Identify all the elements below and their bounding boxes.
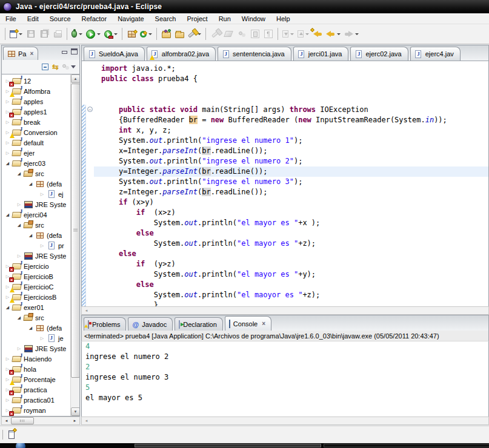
back-button[interactable] (324, 27, 342, 42)
tree-item-porcentaje[interactable]: ▷Porcentaje (2, 374, 70, 384)
run-button[interactable] (84, 27, 102, 42)
close-icon[interactable]: × (30, 50, 33, 57)
taskbar-item[interactable] (324, 444, 489, 447)
tab-javadoc[interactable]: @Javadoc (128, 317, 173, 331)
tab-console[interactable]: Console× (225, 316, 271, 331)
console-output[interactable]: 4ingrese el numero 22ingrese el numero 3… (81, 341, 489, 417)
tree-horizontal-scrollbar[interactable]: ◄ ► (1, 417, 80, 425)
focus-on-active-task-button[interactable] (62, 64, 66, 68)
expand-arrow-icon[interactable]: ▷ (4, 140, 11, 145)
menu-source[interactable]: Source (44, 15, 76, 23)
fast-view-button[interactable] (8, 430, 15, 439)
tree-item-jre-syste[interactable]: ▷JRE Syste (2, 251, 70, 261)
editor-tab-sententencia.java[interactable]: sententencia.java (218, 47, 291, 61)
previous-annotation-button[interactable] (296, 27, 311, 42)
expand-arrow-icon[interactable]: ▷ (39, 192, 45, 197)
view-menu-button[interactable] (71, 65, 76, 68)
scrollbar-thumb[interactable] (71, 84, 80, 378)
run-external-tools-button[interactable] (102, 27, 119, 42)
tree-item-conversion[interactable]: ▷Conversion (2, 127, 70, 137)
expand-arrow-icon[interactable]: ▷ (4, 357, 11, 361)
expand-arrow-icon[interactable]: ▷ (16, 202, 22, 207)
expand-arrow-icon[interactable]: ▷ (4, 398, 11, 403)
scrollbar-thumb[interactable] (11, 417, 34, 424)
tree-item-exer01[interactable]: ◢exer01 (2, 302, 70, 312)
new-class-button[interactable] (138, 27, 154, 42)
collapse-arrow-icon[interactable]: ◢ (27, 233, 34, 238)
tree-item-je[interactable]: ▷je (2, 333, 70, 343)
tab-declaration[interactable]: Declaration (175, 317, 223, 331)
editor-tab-ejerc02.java[interactable]: ejerc02.java (350, 47, 408, 61)
editor-tab-SueldoA.java[interactable]: SueldoA.java (84, 47, 145, 61)
collapse-arrow-icon[interactable]: ◢ (4, 212, 11, 217)
java-editor[interactable]: – import java.io.*;public class prueba4 … (81, 61, 489, 307)
tree-item-practica[interactable]: ▷×practica (2, 384, 70, 395)
tab-problems[interactable]: Problems (84, 317, 126, 331)
menu-help[interactable]: Help (271, 15, 296, 23)
tree-item-ejer[interactable]: ▷ejer (2, 148, 70, 158)
menu-file[interactable]: File (0, 15, 22, 23)
print-button[interactable] (51, 27, 64, 42)
tree-item-apples1[interactable]: ▷×apples1 (2, 107, 70, 117)
tree-item-(defa[interactable]: ◢(defa (2, 323, 70, 333)
tree-item-ej[interactable]: ▷ej (2, 189, 70, 199)
type-hierarchy-button[interactable] (235, 27, 248, 42)
package-explorer-tab[interactable]: Pa × (3, 47, 38, 60)
tree-item-src[interactable]: ◢src (2, 312, 70, 323)
new-wizard-button[interactable] (8, 27, 24, 42)
tree-item-ejercicioc[interactable]: ▷EjercicioC (2, 282, 70, 292)
collapse-arrow-icon[interactable]: ◢ (27, 182, 34, 186)
show-whitespace-button[interactable]: ¶ (262, 27, 275, 42)
editor-tab-jerci01.java[interactable]: jerci01.java (293, 47, 349, 61)
link-with-editor-button[interactable]: ⇆ (52, 64, 59, 70)
collapse-arrow-icon[interactable]: ◢ (16, 223, 22, 228)
tree-item-jre-syste[interactable]: ▷JRE Syste (2, 343, 70, 354)
menu-window[interactable]: Window (236, 15, 271, 23)
collapse-arrow-icon[interactable]: ◢ (27, 326, 34, 331)
scroll-left-button[interactable]: ◄ (82, 308, 90, 314)
menu-navigate[interactable]: Navigate (112, 15, 149, 23)
collapse-arrow-icon[interactable]: ◢ (4, 161, 11, 166)
show-selected-element-button[interactable] (248, 27, 262, 42)
maximize-view-button[interactable] (71, 48, 78, 54)
tree-item-(defa[interactable]: ◢(defa (2, 230, 70, 240)
expand-arrow-icon[interactable]: ▷ (4, 99, 11, 104)
tree-item-practica01[interactable]: ▷practica01 (2, 395, 70, 405)
tree-item-ejerciciob[interactable]: ▷×EjercicioB (2, 271, 70, 282)
editor-tab-alfombra02.java[interactable]: alfombra02.java (147, 47, 216, 61)
tree-vertical-scrollbar[interactable]: ▲ ▼ (70, 74, 79, 416)
menu-search[interactable]: Search (150, 15, 182, 23)
scroll-down-button[interactable]: ▼ (71, 407, 80, 416)
title-bar[interactable]: Java - ejerci04/src/prueba4.java - Eclip… (0, 0, 489, 13)
expand-arrow-icon[interactable]: ▷ (16, 254, 22, 259)
fold-collapse-icon[interactable]: – (87, 107, 93, 112)
tree-item-(defa[interactable]: ◢(defa (2, 179, 70, 189)
minimize-view-button[interactable] (61, 48, 68, 54)
expand-arrow-icon[interactable]: ▷ (39, 336, 45, 341)
tree-item-break[interactable]: ▷break (2, 117, 70, 127)
menu-refactor[interactable]: Refactor (76, 15, 113, 23)
tree-item-ejerci04[interactable]: ◢ejerci04 (2, 209, 70, 220)
menu-project[interactable]: Project (181, 15, 213, 23)
code-area[interactable]: import java.io.*;public class prueba4 { … (94, 64, 488, 307)
scroll-left-button[interactable]: ◄ (2, 418, 10, 424)
console-horizontal-scrollbar[interactable]: ◄ (81, 417, 489, 425)
scroll-up-button[interactable]: ▲ (71, 74, 80, 83)
tree-item-ejerc03[interactable]: ◢ejerc03 (2, 158, 70, 168)
save-all-button[interactable] (38, 27, 51, 42)
tree-item-12[interactable]: ▷×12 (2, 76, 70, 86)
tree-item-ejerciciosb[interactable]: ▷EjerciciosB (2, 292, 70, 302)
new-java-project-button[interactable] (125, 27, 138, 42)
tree-item-jre-syste[interactable]: ▷JRE Syste (2, 199, 70, 209)
tree-item-pr[interactable]: ▷pr (2, 240, 70, 251)
expand-arrow-icon[interactable]: ▷ (4, 120, 11, 125)
open-folder-button[interactable] (173, 27, 186, 42)
start-orb-icon[interactable] (16, 443, 25, 448)
editor-horizontal-scrollbar[interactable]: ◄ (81, 306, 489, 315)
search-button[interactable] (186, 27, 203, 42)
collapse-all-button[interactable] (42, 64, 48, 70)
tree-item-hola[interactable]: ▷×hola (2, 364, 70, 374)
collapse-arrow-icon[interactable]: ◢ (16, 171, 22, 176)
collapse-arrow-icon[interactable]: ◢ (16, 315, 22, 320)
taskbar-item[interactable] (135, 444, 321, 447)
